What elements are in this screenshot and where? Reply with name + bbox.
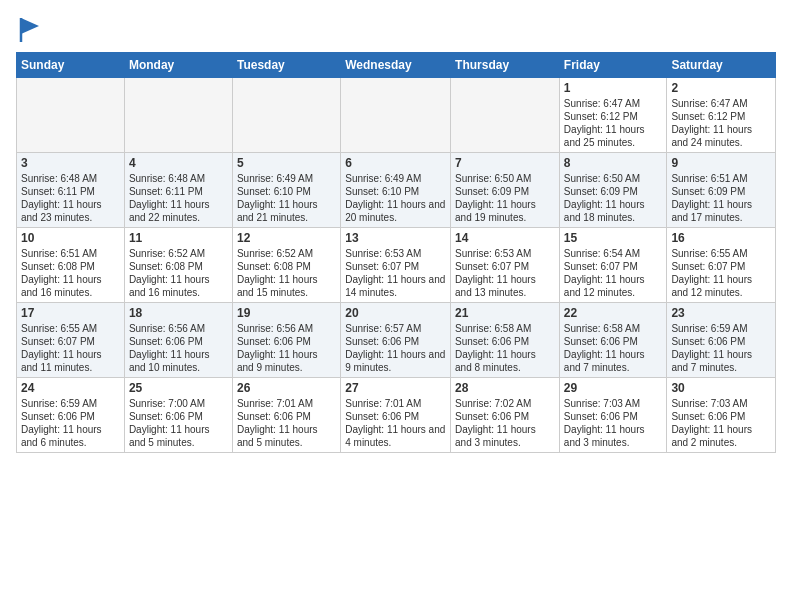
- calendar-week-row: 10Sunrise: 6:51 AM Sunset: 6:08 PM Dayli…: [17, 228, 776, 303]
- day-number: 28: [455, 381, 555, 395]
- day-info: Sunrise: 7:02 AM Sunset: 6:06 PM Dayligh…: [455, 397, 555, 449]
- day-info: Sunrise: 6:56 AM Sunset: 6:06 PM Dayligh…: [237, 322, 336, 374]
- calendar-day-22: 22Sunrise: 6:58 AM Sunset: 6:06 PM Dayli…: [559, 303, 667, 378]
- calendar-week-row: 3Sunrise: 6:48 AM Sunset: 6:11 PM Daylig…: [17, 153, 776, 228]
- day-info: Sunrise: 6:51 AM Sunset: 6:09 PM Dayligh…: [671, 172, 771, 224]
- day-info: Sunrise: 6:53 AM Sunset: 6:07 PM Dayligh…: [345, 247, 446, 299]
- day-info: Sunrise: 6:49 AM Sunset: 6:10 PM Dayligh…: [345, 172, 446, 224]
- day-number: 16: [671, 231, 771, 245]
- calendar-day-15: 15Sunrise: 6:54 AM Sunset: 6:07 PM Dayli…: [559, 228, 667, 303]
- calendar-day-30: 30Sunrise: 7:03 AM Sunset: 6:06 PM Dayli…: [667, 378, 776, 453]
- weekday-header-sunday: Sunday: [17, 53, 125, 78]
- day-number: 8: [564, 156, 663, 170]
- day-info: Sunrise: 6:59 AM Sunset: 6:06 PM Dayligh…: [21, 397, 120, 449]
- day-number: 3: [21, 156, 120, 170]
- day-number: 15: [564, 231, 663, 245]
- day-info: Sunrise: 6:55 AM Sunset: 6:07 PM Dayligh…: [671, 247, 771, 299]
- calendar-day-empty: [341, 78, 451, 153]
- calendar-table: SundayMondayTuesdayWednesdayThursdayFrid…: [16, 52, 776, 453]
- calendar-header-row: SundayMondayTuesdayWednesdayThursdayFrid…: [17, 53, 776, 78]
- day-info: Sunrise: 6:52 AM Sunset: 6:08 PM Dayligh…: [129, 247, 228, 299]
- day-number: 19: [237, 306, 336, 320]
- day-info: Sunrise: 7:00 AM Sunset: 6:06 PM Dayligh…: [129, 397, 228, 449]
- calendar-day-27: 27Sunrise: 7:01 AM Sunset: 6:06 PM Dayli…: [341, 378, 451, 453]
- calendar-day-18: 18Sunrise: 6:56 AM Sunset: 6:06 PM Dayli…: [124, 303, 232, 378]
- calendar-day-7: 7Sunrise: 6:50 AM Sunset: 6:09 PM Daylig…: [451, 153, 560, 228]
- calendar-week-row: 1Sunrise: 6:47 AM Sunset: 6:12 PM Daylig…: [17, 78, 776, 153]
- day-number: 17: [21, 306, 120, 320]
- day-info: Sunrise: 6:58 AM Sunset: 6:06 PM Dayligh…: [564, 322, 663, 374]
- calendar-day-3: 3Sunrise: 6:48 AM Sunset: 6:11 PM Daylig…: [17, 153, 125, 228]
- day-number: 13: [345, 231, 446, 245]
- day-info: Sunrise: 6:55 AM Sunset: 6:07 PM Dayligh…: [21, 322, 120, 374]
- calendar-day-26: 26Sunrise: 7:01 AM Sunset: 6:06 PM Dayli…: [232, 378, 340, 453]
- day-number: 20: [345, 306, 446, 320]
- calendar-day-6: 6Sunrise: 6:49 AM Sunset: 6:10 PM Daylig…: [341, 153, 451, 228]
- day-number: 7: [455, 156, 555, 170]
- day-number: 14: [455, 231, 555, 245]
- calendar-day-23: 23Sunrise: 6:59 AM Sunset: 6:06 PM Dayli…: [667, 303, 776, 378]
- day-info: Sunrise: 6:50 AM Sunset: 6:09 PM Dayligh…: [455, 172, 555, 224]
- day-number: 21: [455, 306, 555, 320]
- day-number: 5: [237, 156, 336, 170]
- calendar-day-14: 14Sunrise: 6:53 AM Sunset: 6:07 PM Dayli…: [451, 228, 560, 303]
- day-info: Sunrise: 6:52 AM Sunset: 6:08 PM Dayligh…: [237, 247, 336, 299]
- calendar-week-row: 24Sunrise: 6:59 AM Sunset: 6:06 PM Dayli…: [17, 378, 776, 453]
- calendar-day-11: 11Sunrise: 6:52 AM Sunset: 6:08 PM Dayli…: [124, 228, 232, 303]
- day-info: Sunrise: 6:56 AM Sunset: 6:06 PM Dayligh…: [129, 322, 228, 374]
- day-info: Sunrise: 6:58 AM Sunset: 6:06 PM Dayligh…: [455, 322, 555, 374]
- day-info: Sunrise: 6:47 AM Sunset: 6:12 PM Dayligh…: [671, 97, 771, 149]
- weekday-header-thursday: Thursday: [451, 53, 560, 78]
- weekday-header-wednesday: Wednesday: [341, 53, 451, 78]
- calendar-day-19: 19Sunrise: 6:56 AM Sunset: 6:06 PM Dayli…: [232, 303, 340, 378]
- day-info: Sunrise: 7:03 AM Sunset: 6:06 PM Dayligh…: [671, 397, 771, 449]
- calendar-day-9: 9Sunrise: 6:51 AM Sunset: 6:09 PM Daylig…: [667, 153, 776, 228]
- day-number: 11: [129, 231, 228, 245]
- calendar-day-2: 2Sunrise: 6:47 AM Sunset: 6:12 PM Daylig…: [667, 78, 776, 153]
- day-number: 4: [129, 156, 228, 170]
- day-number: 26: [237, 381, 336, 395]
- calendar-day-5: 5Sunrise: 6:49 AM Sunset: 6:10 PM Daylig…: [232, 153, 340, 228]
- day-number: 2: [671, 81, 771, 95]
- calendar-day-16: 16Sunrise: 6:55 AM Sunset: 6:07 PM Dayli…: [667, 228, 776, 303]
- day-number: 24: [21, 381, 120, 395]
- day-info: Sunrise: 6:48 AM Sunset: 6:11 PM Dayligh…: [21, 172, 120, 224]
- calendar-day-empty: [451, 78, 560, 153]
- day-info: Sunrise: 6:50 AM Sunset: 6:09 PM Dayligh…: [564, 172, 663, 224]
- day-number: 18: [129, 306, 228, 320]
- svg-marker-0: [21, 18, 39, 34]
- day-info: Sunrise: 6:53 AM Sunset: 6:07 PM Dayligh…: [455, 247, 555, 299]
- day-number: 30: [671, 381, 771, 395]
- calendar-week-row: 17Sunrise: 6:55 AM Sunset: 6:07 PM Dayli…: [17, 303, 776, 378]
- day-info: Sunrise: 6:54 AM Sunset: 6:07 PM Dayligh…: [564, 247, 663, 299]
- day-info: Sunrise: 6:57 AM Sunset: 6:06 PM Dayligh…: [345, 322, 446, 374]
- day-number: 27: [345, 381, 446, 395]
- day-number: 25: [129, 381, 228, 395]
- calendar-day-empty: [17, 78, 125, 153]
- calendar-day-12: 12Sunrise: 6:52 AM Sunset: 6:08 PM Dayli…: [232, 228, 340, 303]
- day-info: Sunrise: 6:48 AM Sunset: 6:11 PM Dayligh…: [129, 172, 228, 224]
- day-number: 10: [21, 231, 120, 245]
- calendar-day-empty: [124, 78, 232, 153]
- day-number: 22: [564, 306, 663, 320]
- weekday-header-friday: Friday: [559, 53, 667, 78]
- day-info: Sunrise: 6:59 AM Sunset: 6:06 PM Dayligh…: [671, 322, 771, 374]
- day-info: Sunrise: 7:03 AM Sunset: 6:06 PM Dayligh…: [564, 397, 663, 449]
- calendar-day-28: 28Sunrise: 7:02 AM Sunset: 6:06 PM Dayli…: [451, 378, 560, 453]
- calendar-day-8: 8Sunrise: 6:50 AM Sunset: 6:09 PM Daylig…: [559, 153, 667, 228]
- day-info: Sunrise: 6:47 AM Sunset: 6:12 PM Dayligh…: [564, 97, 663, 149]
- calendar-day-20: 20Sunrise: 6:57 AM Sunset: 6:06 PM Dayli…: [341, 303, 451, 378]
- calendar-day-10: 10Sunrise: 6:51 AM Sunset: 6:08 PM Dayli…: [17, 228, 125, 303]
- day-number: 1: [564, 81, 663, 95]
- calendar-day-13: 13Sunrise: 6:53 AM Sunset: 6:07 PM Dayli…: [341, 228, 451, 303]
- logo: [16, 16, 41, 44]
- logo-flag-icon: [19, 16, 41, 44]
- day-number: 12: [237, 231, 336, 245]
- day-info: Sunrise: 7:01 AM Sunset: 6:06 PM Dayligh…: [345, 397, 446, 449]
- calendar-day-1: 1Sunrise: 6:47 AM Sunset: 6:12 PM Daylig…: [559, 78, 667, 153]
- day-number: 9: [671, 156, 771, 170]
- day-number: 23: [671, 306, 771, 320]
- calendar-day-17: 17Sunrise: 6:55 AM Sunset: 6:07 PM Dayli…: [17, 303, 125, 378]
- day-info: Sunrise: 7:01 AM Sunset: 6:06 PM Dayligh…: [237, 397, 336, 449]
- weekday-header-monday: Monday: [124, 53, 232, 78]
